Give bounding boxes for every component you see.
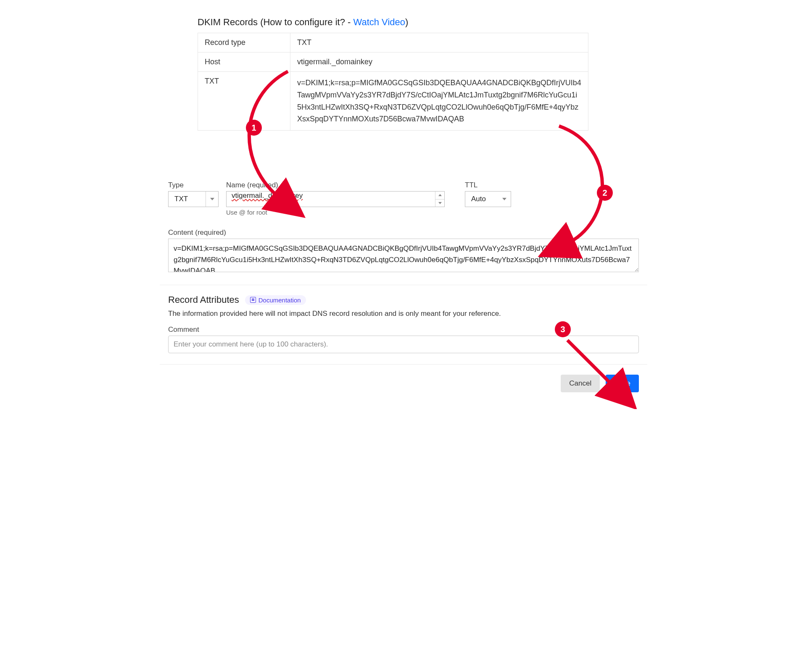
ttl-label: TTL [465, 181, 511, 189]
save-button[interactable]: Save [606, 375, 639, 392]
ttl-field: TTL Auto [465, 181, 511, 207]
name-input-text: vtigermail._domainkey [232, 192, 303, 200]
table-row: TXT v=DKIM1;k=rsa;p=MIGfMA0GCSqGSIb3DQEB… [198, 72, 588, 131]
record-attributes-description: The information provided here will not i… [168, 310, 639, 318]
content-label: Content (required) [168, 228, 639, 237]
dkim-title-suffix: ) [405, 17, 408, 27]
name-stepper [435, 192, 444, 207]
name-input[interactable]: vtigermail._domainkey [227, 192, 435, 207]
record-type-value: TXT [290, 33, 588, 52]
type-select[interactable]: TXT [168, 191, 219, 207]
record-type-label: Record type [198, 33, 290, 52]
documentation-link[interactable]: Documentation [245, 295, 306, 305]
content-field: Content (required) [168, 228, 639, 274]
type-label: Type [168, 181, 219, 189]
dns-form-row: Type TXT Name (required) vtigermail._dom… [168, 181, 647, 216]
host-label: Host [198, 52, 290, 72]
table-row: Host vtigermail._domainkey [198, 52, 588, 72]
stepper-down-button[interactable] [435, 199, 444, 207]
type-dropdown-button[interactable] [206, 192, 218, 207]
stepper-up-button[interactable] [435, 192, 444, 199]
txt-value: v=DKIM1;k=rsa;p=MIGfMA0GCSqGSIb3DQEBAQUA… [290, 72, 588, 131]
chevron-down-icon [502, 198, 506, 200]
type-field: Type TXT [168, 181, 219, 207]
name-hint: Use @ for root [226, 209, 445, 216]
comment-label: Comment [168, 326, 639, 334]
divider [160, 285, 647, 285]
footer-actions: Cancel Save [168, 375, 639, 392]
name-field: Name (required) vtigermail._domainkey Us… [226, 181, 445, 216]
host-value: vtigermail._domainkey [290, 52, 588, 72]
type-value: TXT [169, 195, 206, 203]
chevron-up-icon [438, 194, 442, 196]
ttl-dropdown-button[interactable] [498, 192, 511, 207]
dkim-title: DKIM Records (How to configure it? - Wat… [198, 17, 647, 28]
documentation-link-text: Documentation [258, 297, 301, 304]
ttl-select[interactable]: Auto [465, 191, 511, 207]
chevron-down-icon [210, 198, 214, 200]
content-textarea[interactable] [168, 239, 639, 272]
chevron-down-icon [438, 202, 442, 204]
table-row: Record type TXT [198, 33, 588, 52]
cancel-button[interactable]: Cancel [561, 375, 600, 392]
divider [160, 364, 647, 365]
book-icon [250, 297, 256, 303]
txt-label: TXT [198, 72, 290, 131]
record-attributes: Record Attributes Documentation The info… [168, 294, 639, 353]
watch-video-link[interactable]: Watch Video [353, 17, 405, 27]
name-label: Name (required) [226, 181, 445, 189]
comment-input[interactable] [168, 336, 639, 353]
dkim-title-prefix: DKIM Records (How to configure it? - [198, 17, 353, 27]
ttl-value: Auto [465, 195, 498, 203]
record-attributes-heading: Record Attributes [168, 294, 239, 305]
dkim-table: Record type TXT Host vtigermail._domaink… [198, 33, 588, 131]
name-input-wrap: vtigermail._domainkey [226, 191, 445, 207]
